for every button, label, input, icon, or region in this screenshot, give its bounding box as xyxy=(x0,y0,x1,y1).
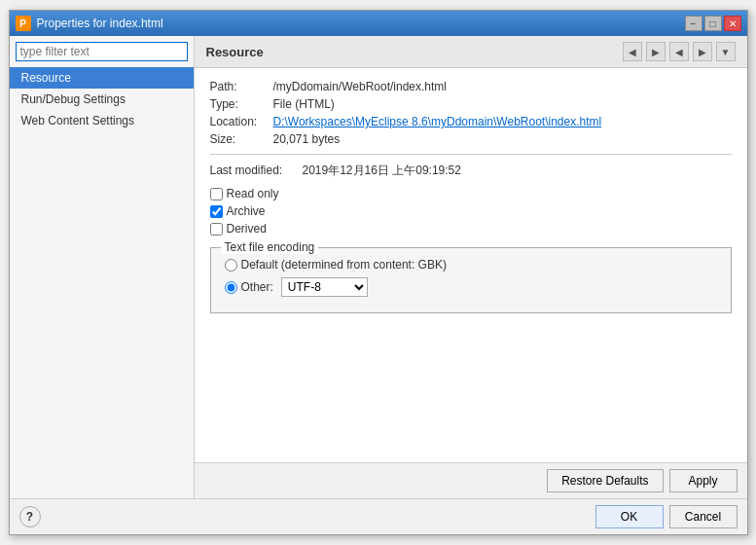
path-row: Path: /myDdomain/WebRoot/index.html xyxy=(210,80,732,93)
path-value: /myDdomain/WebRoot/index.html xyxy=(273,80,448,93)
apply-button[interactable]: Apply xyxy=(669,469,738,492)
archive-label: Archive xyxy=(227,204,266,218)
location-value[interactable]: D:\Workspaces\MyEclipse 8.6\myDdomain\We… xyxy=(273,115,602,128)
modified-value: 2019年12月16日 上午09:19:52 xyxy=(303,163,461,179)
filter-input[interactable] xyxy=(16,42,188,61)
restore-defaults-button[interactable]: Restore Defaults xyxy=(547,469,663,492)
derived-checkbox[interactable] xyxy=(210,223,223,236)
encoding-section-title: Text file encoding xyxy=(221,240,319,254)
default-encoding-radio[interactable] xyxy=(225,259,237,272)
location-row: Location: D:\Workspaces\MyEclipse 8.6\my… xyxy=(210,115,732,128)
ok-button[interactable]: OK xyxy=(595,505,664,528)
window-title: Properties for index.html xyxy=(37,17,163,30)
encoding-select[interactable]: UTF-8 GBK ISO-8859-1 US-ASCII UTF-16 xyxy=(281,277,368,297)
footer-right: OK Cancel xyxy=(595,505,738,528)
minimize-button[interactable]: − xyxy=(685,16,702,31)
path-label: Path: xyxy=(210,80,273,93)
header-nav-buttons: ◀ ▶ ◀ ▶ ▼ xyxy=(623,42,736,61)
footer-left: ? xyxy=(19,506,41,527)
close-button[interactable]: ✕ xyxy=(724,16,741,31)
right-panel: Resource ◀ ▶ ◀ ▶ ▼ Path: /myDdomain/WebR… xyxy=(195,36,747,498)
nav-item-run-debug[interactable]: Run/Debug Settings xyxy=(10,89,194,110)
right-header-title: Resource xyxy=(206,45,264,59)
location-label: Location: xyxy=(210,115,273,128)
derived-row: Derived xyxy=(210,222,732,236)
encoding-section: Text file encoding Default (determined f… xyxy=(210,247,732,313)
right-content: Path: /myDdomain/WebRoot/index.html Type… xyxy=(195,68,747,462)
size-label: Size: xyxy=(210,132,273,146)
other-encoding-row: Other: UTF-8 GBK ISO-8859-1 US-ASCII UTF… xyxy=(225,277,717,297)
nav-dropdown-button[interactable]: ▼ xyxy=(716,42,736,61)
nav-item-web-content[interactable]: Web Content Settings xyxy=(10,110,194,131)
modified-row: Last modified: 2019年12月16日 上午09:19:52 xyxy=(210,163,732,179)
nav-forward-button[interactable]: ▶ xyxy=(646,42,666,61)
nav-back2-button[interactable]: ◀ xyxy=(669,42,689,61)
footer-bar: ? OK Cancel xyxy=(10,498,747,534)
nav-list: Resource Run/Debug Settings Web Content … xyxy=(10,67,194,131)
readonly-row: Read only xyxy=(210,187,732,200)
title-buttons: − □ ✕ xyxy=(685,16,741,31)
title-bar-left: P Properties for index.html xyxy=(16,16,163,31)
archive-row: Archive xyxy=(210,204,732,218)
default-encoding-label: Default (determined from content: GBK) xyxy=(241,258,447,272)
size-value: 20,071 bytes xyxy=(273,132,341,146)
nav-item-resource[interactable]: Resource xyxy=(10,67,194,89)
right-header: Resource ◀ ▶ ◀ ▶ ▼ xyxy=(195,36,747,68)
size-row: Size: 20,071 bytes xyxy=(210,132,732,146)
nav-forward2-button[interactable]: ▶ xyxy=(693,42,712,61)
archive-checkbox[interactable] xyxy=(210,205,223,218)
bottom-action-bar: Restore Defaults Apply xyxy=(195,462,747,498)
readonly-label: Read only xyxy=(227,187,279,200)
properties-window: P Properties for index.html − □ ✕ Resour… xyxy=(9,10,748,535)
other-encoding-radio[interactable] xyxy=(225,281,237,294)
separator xyxy=(210,154,732,155)
content-area: Resource Run/Debug Settings Web Content … xyxy=(10,36,747,498)
type-row: Type: File (HTML) xyxy=(210,97,732,111)
type-label: Type: xyxy=(210,97,273,111)
default-encoding-row: Default (determined from content: GBK) xyxy=(225,258,717,272)
help-button[interactable]: ? xyxy=(19,506,41,527)
other-encoding-label: Other: xyxy=(241,280,273,294)
window-icon: P xyxy=(16,16,31,31)
left-panel: Resource Run/Debug Settings Web Content … xyxy=(10,36,195,498)
title-bar: P Properties for index.html − □ ✕ xyxy=(10,11,747,36)
maximize-button[interactable]: □ xyxy=(704,16,722,31)
modified-label: Last modified: xyxy=(210,164,303,177)
readonly-checkbox[interactable] xyxy=(210,188,223,200)
type-value: File (HTML) xyxy=(273,97,335,111)
nav-back-button[interactable]: ◀ xyxy=(623,42,642,61)
derived-label: Derived xyxy=(227,222,267,236)
cancel-button[interactable]: Cancel xyxy=(669,505,738,528)
